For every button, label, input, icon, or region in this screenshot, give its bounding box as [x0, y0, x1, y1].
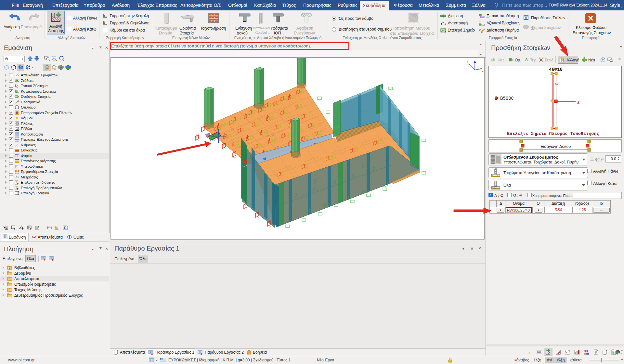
- svg-text:y: y: [467, 60, 468, 63]
- svg-text:2: 2: [52, 259, 53, 262]
- svg-text:2: 2: [479, 28, 481, 32]
- svg-text:3: 3: [577, 100, 579, 105]
- svg-text:i: i: [528, 350, 530, 355]
- svg-text:B500C: B500C: [500, 96, 514, 101]
- svg-text:Εισαγωγή Δοκού: Εισαγωγή Δοκού: [540, 144, 571, 149]
- svg-text:Επιλέξτε Σημεία Πλευράς Τοποθέ: Επιλέξτε Σημεία Πλευράς Τοποθέτησης: [507, 131, 599, 136]
- svg-text:d: d: [16, 175, 17, 177]
- svg-text:E: E: [64, 226, 66, 230]
- svg-text:1: 1: [151, 352, 153, 355]
- svg-text:46Φ10: 46Φ10: [549, 67, 563, 72]
- svg-text:x: x: [482, 70, 483, 73]
- svg-text:1: 1: [44, 259, 46, 262]
- svg-text:2: 2: [201, 352, 202, 355]
- svg-text:CR: CR: [584, 349, 588, 353]
- svg-text:ΚΠ1:0: ΚΠ1:0: [266, 134, 274, 137]
- svg-text:d: d: [48, 226, 49, 228]
- svg-text:%: %: [54, 226, 58, 230]
- svg-text:B: B: [9, 267, 10, 269]
- svg-text:2: 2: [554, 83, 559, 85]
